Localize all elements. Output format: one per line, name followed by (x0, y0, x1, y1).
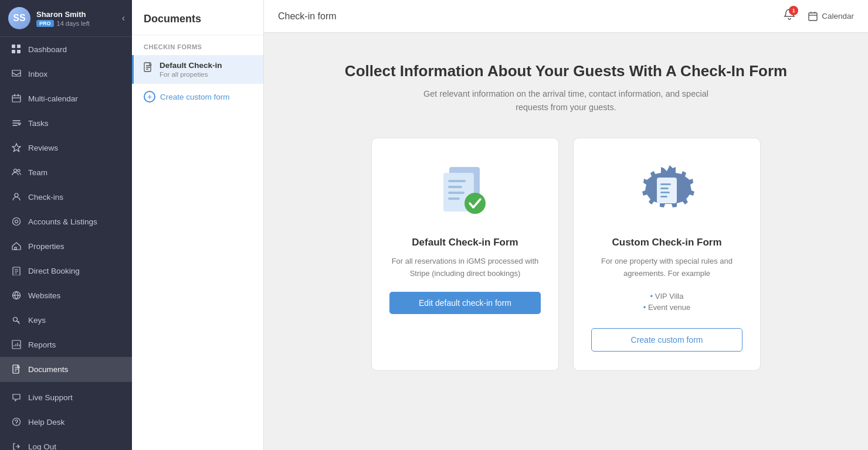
svg-rect-2 (12, 50, 15, 53)
svg-rect-28 (448, 186, 462, 188)
svg-rect-29 (448, 192, 464, 194)
keys-icon (11, 314, 22, 326)
list-item: VIP Villa (643, 292, 690, 301)
sidebar-item-websites-label: Websites (28, 291, 60, 300)
create-custom-form-sidebar-button[interactable]: + Create custom form (132, 84, 263, 110)
sidebar-item-inbox[interactable]: Inbox (0, 62, 132, 86)
user-profile-header[interactable]: SS Sharon Smith PRO 14 days left ‹ (0, 0, 132, 37)
page-subheading: Get relevant information on the arrival … (413, 87, 718, 114)
default-checkin-illustration (430, 159, 500, 224)
plus-circle-icon: + (144, 91, 155, 103)
svg-rect-27 (448, 180, 466, 182)
sidebar-item-tasks[interactable]: Tasks (0, 111, 132, 135)
svg-rect-3 (17, 50, 21, 53)
sidebar-item-reports[interactable]: Reports (0, 332, 132, 357)
sidebar-item-team[interactable]: Team (0, 160, 132, 185)
sidebar-item-dashboard-label: Dashboard (28, 45, 67, 54)
inbox-icon (11, 68, 22, 80)
accounts-icon (11, 216, 22, 227)
svg-point-7 (18, 169, 20, 172)
svg-rect-4 (12, 96, 21, 102)
cards-row: Default Check-in Form For all reservatio… (302, 138, 830, 371)
star-icon (11, 142, 22, 154)
sidebar-item-reports-label: Reports (28, 340, 56, 349)
sidebar-item-multi-calendar[interactable]: Multi-calendar (0, 86, 132, 111)
properties-icon (11, 240, 22, 252)
sidebar-item-log-out[interactable]: Log Out (0, 434, 132, 450)
collapse-sidebar-button[interactable]: ‹ (122, 13, 125, 23)
svg-point-18 (16, 424, 16, 424)
top-bar: Check-in form 1 Calendar (264, 0, 868, 33)
default-checkin-card: Default Check-in Form For all reservatio… (371, 138, 559, 371)
sidebar-item-documents[interactable]: Documents (0, 357, 132, 381)
sidebar-item-team-label: Team (28, 168, 48, 177)
main-content: Check-in form 1 Calendar Collect Informa… (264, 0, 868, 450)
sidebar-item-multi-calendar-label: Multi-calendar (28, 94, 78, 103)
help-icon (11, 416, 22, 428)
svg-point-6 (14, 169, 17, 172)
list-item: Event venue (643, 303, 690, 312)
team-icon (11, 166, 22, 178)
sidebar-item-live-support-label: Live Support (28, 393, 73, 402)
sidebar-item-websites[interactable]: Websites (0, 283, 132, 308)
custom-checkin-card: Custom Check-in Form For one property wi… (573, 138, 761, 371)
default-card-title: Default Check-in Form (412, 237, 518, 248)
sidebar-item-properties[interactable]: Properties (0, 234, 132, 258)
svg-rect-11 (15, 247, 16, 250)
svg-point-9 (13, 218, 21, 226)
create-custom-form-button[interactable]: Create custom form (591, 328, 742, 352)
calendar-label: Calendar (822, 12, 854, 21)
create-custom-form-label: Create custom form (160, 93, 230, 101)
topbar-title: Check-in form (278, 11, 337, 22)
direct-booking-icon (11, 265, 22, 277)
svg-rect-1 (17, 45, 21, 48)
avatar: SS (8, 7, 30, 29)
sidebar-item-dashboard[interactable]: Dashboard (0, 37, 132, 62)
form-item-subtitle: For all propeties (160, 71, 222, 78)
sidebar-bottom: Live Support Help Desk Log Out (0, 381, 132, 450)
checkin-forms-section-label: CHECKIN FORMS (132, 35, 263, 55)
sidebar-item-direct-booking-label: Direct Booking (28, 267, 80, 275)
svg-rect-20 (809, 13, 817, 21)
pro-badge: PRO (36, 20, 54, 27)
sidebar-item-check-ins-label: Check-ins (28, 193, 63, 202)
form-item-content: Default Check-in For all propeties (160, 61, 222, 78)
notification-button[interactable]: 1 (783, 8, 796, 24)
custom-card-title: Custom Check-in Form (612, 237, 721, 248)
user-info: Sharon Smith PRO 14 days left (36, 10, 90, 27)
edit-default-checkin-button[interactable]: Edit default check-in form (389, 292, 541, 314)
svg-rect-30 (448, 197, 460, 200)
sidebar-item-help-desk[interactable]: Help Desk (0, 410, 132, 434)
sidebar-item-keys[interactable]: Keys (0, 308, 132, 332)
custom-card-desc: For one property with special rules and … (591, 255, 742, 280)
svg-point-31 (464, 193, 486, 214)
documents-icon (11, 363, 22, 375)
sidebar-item-direct-booking[interactable]: Direct Booking (0, 258, 132, 283)
logout-icon (11, 441, 22, 450)
default-card-desc: For all reservations in iGMS processed w… (389, 255, 541, 280)
form-item-title: Default Check-in (160, 61, 222, 70)
svg-rect-0 (12, 45, 15, 48)
calendar-button[interactable]: Calendar (808, 11, 854, 22)
svg-point-10 (15, 220, 18, 223)
calendar-multi-icon (11, 93, 22, 104)
svg-marker-5 (12, 144, 21, 152)
sidebar-item-reviews[interactable]: Reviews (0, 135, 132, 160)
svg-point-14 (13, 318, 18, 322)
sidebar-item-inbox-label: Inbox (28, 70, 48, 79)
content-area: Collect Information About Your Guests Wi… (264, 33, 868, 450)
svg-rect-32 (657, 178, 677, 203)
custom-card-list: VIP Villa Event venue (643, 292, 690, 314)
custom-checkin-illustration (632, 159, 702, 224)
sidebar-item-keys-label: Keys (28, 316, 46, 325)
page-heading: Collect Information About Your Guests Wi… (345, 62, 787, 80)
live-support-icon (11, 391, 22, 403)
sidebar-item-accounts-listings[interactable]: Accounts & Listings (0, 209, 132, 234)
sidebar-item-check-ins[interactable]: Check-ins (0, 185, 132, 209)
default-checkin-form-item[interactable]: Default Check-in For all propeties (132, 55, 263, 84)
user-trial: PRO 14 days left (36, 20, 90, 27)
sidebar-item-live-support[interactable]: Live Support (0, 385, 132, 410)
sidebar-item-reviews-label: Reviews (28, 144, 58, 152)
topbar-right: 1 Calendar (783, 8, 854, 24)
svg-rect-34 (660, 188, 669, 189)
